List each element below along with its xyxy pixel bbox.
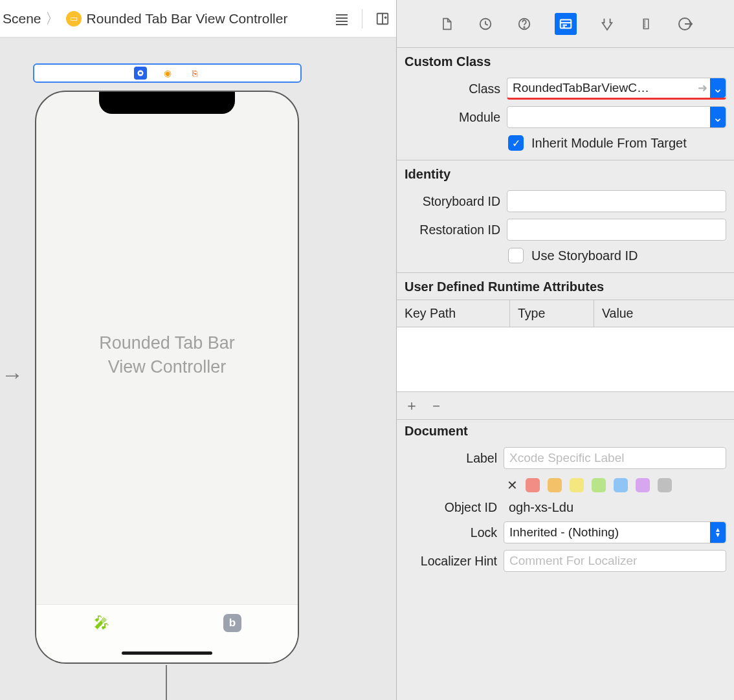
document-title: Document [397,421,734,444]
runtime-title: User Defined Runtime Attributes [397,273,734,300]
doc-label-label: Label [397,451,497,466]
controller-placeholder-label: Rounded Tab Bar View Controller [36,331,298,378]
module-label: Module [397,110,500,125]
inspector-tabs [397,0,734,48]
breadcrumb-scene[interactable]: Scene [3,11,41,27]
object-id-value: ogh-xs-Ldu [504,500,573,515]
use-storyboard-id-label: Use Storyboard ID [531,248,638,263]
class-label: Class [397,82,500,96]
localizer-hint-label: Localizer Hint [397,554,497,569]
chevron-right-icon: 〉 [45,9,60,28]
class-field[interactable]: RoundedTabBarViewC… ➜ ⌄ [507,78,726,100]
nav-arrow-icon[interactable]: ➜ [698,81,707,95]
tab-item-mic[interactable]: 🎤︎ [36,614,167,632]
attributes-inspector-tab-icon[interactable] [599,16,616,32]
divider [362,9,362,28]
canvas-top-bar: Scene 〉 ▭ Rounded Tab Bar View Controlle… [0,0,396,38]
svg-point-12 [524,27,524,27]
document-section: Document Label Xcode Specific Label ✕ Ob… [397,420,734,584]
swatch-green[interactable] [592,478,606,492]
swatch-purple[interactable] [636,478,650,492]
remove-attribute-button[interactable]: － [429,396,443,415]
canvas-area[interactable]: Scene 〉 ▭ Rounded Tab Bar View Controlle… [0,0,397,700]
identity-section: Identity Storyboard ID Restoration ID Us… [397,160,734,273]
controller-icon: ▭ [66,11,82,27]
size-inspector-tab-icon[interactable] [638,16,654,32]
chevron-down-icon[interactable]: ⌄ [710,78,726,98]
device-frame[interactable]: Rounded Tab Bar View Controller 🎤︎ b [35,91,299,664]
svg-rect-9 [139,72,142,74]
custom-class-section: Custom Class Class RoundedTabBarViewC… ➜… [397,48,734,160]
inherit-module-checkbox[interactable]: ✓ [508,135,524,151]
svg-rect-13 [560,19,571,28]
swatch-orange[interactable] [548,478,562,492]
home-indicator [122,651,212,655]
label-color-row: ✕ [397,472,734,497]
scene-selection-bar[interactable]: ◉ ⎘ [33,63,302,83]
storyboard-id-label: Storyboard ID [397,194,500,209]
runtime-attributes-section: User Defined Runtime Attributes Key Path… [397,273,734,420]
runtime-footer: ＋ － [397,392,734,420]
lock-select[interactable]: Inherited - (Nothing) ▲▼ [504,521,726,543]
storyboard-id-input[interactable] [507,190,726,212]
identity-inspector-tab-icon[interactable] [555,13,577,35]
col-value[interactable]: Value [594,300,734,327]
inspector-panel: Custom Class Class RoundedTabBarViewC… ➜… [397,0,734,700]
history-inspector-tab-icon[interactable] [477,16,494,32]
clear-color-icon[interactable]: ✕ [507,477,518,493]
b-icon: b [223,614,241,632]
localizer-hint-input[interactable]: Comment For Localizer [504,550,726,572]
device-notch [99,92,235,114]
restoration-id-input[interactable] [507,219,726,241]
runtime-body[interactable] [397,327,734,392]
use-storyboard-id-checkbox[interactable] [508,248,524,263]
lock-label: Lock [397,525,497,540]
connections-inspector-tab-icon[interactable] [676,16,693,32]
swatch-red[interactable] [526,478,540,492]
breadcrumb-controller[interactable]: Rounded Tab Bar View Controller [87,11,288,27]
swatch-yellow[interactable] [570,478,584,492]
object-id-label: Object ID [397,500,497,515]
chevron-down-icon[interactable]: ⌄ [710,107,726,127]
doc-label-input[interactable]: Xcode Specific Label [504,447,726,469]
swatch-gray[interactable] [658,478,672,492]
help-inspector-tab-icon[interactable] [516,16,533,32]
stepper-icon[interactable]: ▲▼ [710,522,726,543]
outline-view-icon[interactable] [332,9,351,28]
first-responder-icon[interactable]: ◉ [161,67,174,80]
swatch-blue[interactable] [614,478,628,492]
canvas-toolbar-right [332,9,392,28]
runtime-header: Key Path Type Value [397,300,734,327]
restoration-id-label: Restoration ID [397,223,500,237]
custom-class-title: Custom Class [397,52,734,74]
tab-item-b[interactable]: b [167,614,298,632]
col-keypath[interactable]: Key Path [397,300,510,327]
scene-connector [166,665,167,700]
controller-selected-icon[interactable] [134,67,147,80]
file-inspector-tab-icon[interactable] [438,16,455,32]
exit-icon[interactable]: ⎘ [188,67,201,80]
mic-icon: 🎤︎ [94,614,109,632]
inherit-module-label: Inherit Module From Target [531,136,687,151]
add-attribute-button[interactable]: ＋ [405,396,419,415]
module-field[interactable]: ⌄ [507,106,726,128]
add-editor-icon[interactable] [373,9,392,28]
identity-title: Identity [397,164,734,187]
initial-vc-arrow-icon[interactable]: → [1,362,23,388]
col-type[interactable]: Type [510,300,594,327]
